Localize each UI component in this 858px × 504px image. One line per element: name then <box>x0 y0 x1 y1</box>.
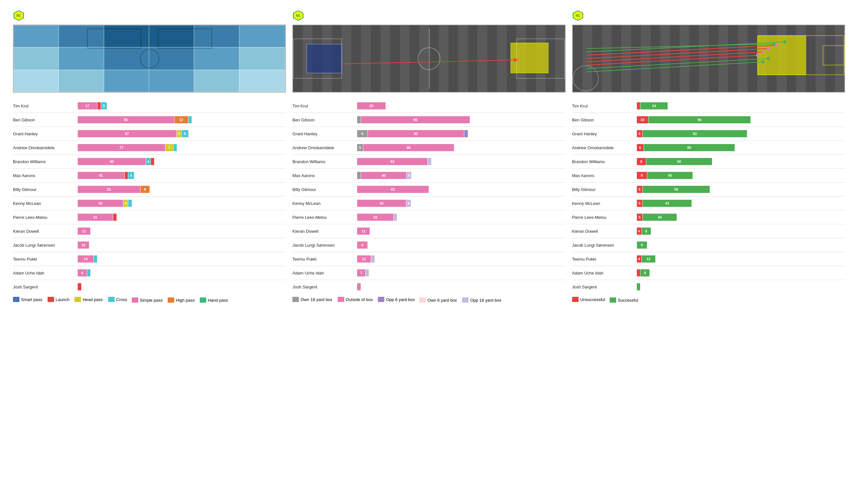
panel-title-crosses: NC <box>572 10 845 21</box>
pz-r1c0 <box>14 47 59 70</box>
player-name: Tim Krul <box>13 103 78 109</box>
player-name: Billy Gilmour <box>13 187 78 192</box>
bar-segment: 43 <box>357 200 406 207</box>
bars-container: 680 <box>637 144 735 151</box>
player-name: Teemu Pukki <box>572 257 637 262</box>
bars-container: 14 <box>78 255 97 262</box>
player-name: Billy Gilmour <box>572 187 637 192</box>
panel-crosses: NC <box>572 10 845 303</box>
bar-segment: 4 <box>177 130 181 137</box>
table-row: Pierre Lees-Melou31 <box>13 213 286 222</box>
bar-segment: 8 <box>642 228 651 235</box>
table-row: Kenny McLean434 <box>292 199 565 208</box>
bar-segment: 14 <box>78 255 94 262</box>
bars-container: 592 <box>637 130 747 137</box>
bar-segment: 60 <box>78 158 146 165</box>
bar-segment: 85 <box>368 130 464 137</box>
legend-item: Launch <box>48 296 69 303</box>
legend-label: Opp 6 yard box <box>386 297 415 302</box>
bars-container: 985 <box>357 130 468 137</box>
bars-container: 175 <box>78 102 107 110</box>
norwich-crest-3: NC <box>572 10 584 21</box>
bar-segment: 62 <box>357 158 427 165</box>
bar-segment <box>366 269 369 276</box>
table-row: Teemu Pukki12 <box>292 255 565 263</box>
player-name: Ben Gibson <box>572 117 637 123</box>
player-name: Kieran Dowell <box>292 229 357 234</box>
table-row: Brandon Williams858 <box>572 157 845 166</box>
bars-container: 9 <box>637 242 647 249</box>
table-row: Jacob Lungi Sørensen9 <box>572 241 845 249</box>
table-row: Billy Gilmour558 <box>13 185 286 194</box>
bars-container: 7 <box>357 269 369 276</box>
pass-zone-pitch <box>13 25 286 93</box>
bar-segment <box>357 172 361 179</box>
table-row: Kieran Dowell11 <box>292 227 565 235</box>
legend-label: Own 6 yard box <box>427 298 457 303</box>
table-row: Grant Hanley985 <box>292 129 565 138</box>
bars-container: 543 <box>637 200 692 207</box>
bar-segment: 4 <box>407 172 411 179</box>
table-row: Max Aarons940 <box>572 171 845 180</box>
svg-line-16 <box>586 44 774 49</box>
svg-point-21 <box>761 50 764 53</box>
table-row: Brandon Williams62 <box>292 157 565 166</box>
bar-segment: 7 <box>357 269 365 276</box>
pz-r2c4 <box>194 70 239 92</box>
bar-segment: 8 <box>640 269 650 276</box>
svg-text:NC: NC <box>575 14 580 17</box>
bar-segment: 12 <box>642 255 655 262</box>
bar-segment <box>394 214 397 221</box>
legend-label: Cross <box>116 297 127 302</box>
pz-r2c2 <box>104 70 149 92</box>
main-container: NC <box>0 0 858 312</box>
player-name: Pierre Lees-Melou <box>292 215 357 220</box>
table-row: Billy Gilmour63 <box>292 185 565 194</box>
player-name: Kenny McLean <box>292 201 357 206</box>
bar-segment: 80 <box>363 144 454 151</box>
bar-segment: 5 <box>637 130 643 137</box>
bars-container: 31 <box>78 214 116 221</box>
legend-swatch <box>378 297 384 302</box>
legend-item: Successful <box>610 297 638 303</box>
pz-r2c3 <box>149 70 194 92</box>
table-row: Pierre Lees-Melou530 <box>572 213 845 222</box>
bar-segment <box>637 102 640 110</box>
player-name: Jacob Lungi Sørensen <box>572 243 637 248</box>
bar-segment: 4 <box>637 255 641 262</box>
player-name: Kenny McLean <box>572 201 637 206</box>
table-row: Teemu Pukki412 <box>572 255 845 263</box>
bar-segment: 7 <box>165 144 174 151</box>
bars-container: 48 <box>637 228 651 235</box>
bar-segment: 5 <box>637 200 643 207</box>
legend-label: Own 18 yard box <box>300 297 332 302</box>
player-name: Grant Hanley <box>13 131 78 136</box>
table-row: Josh Sargent <box>292 282 565 291</box>
bar-segment: 10 <box>78 242 89 249</box>
bar-segment <box>464 130 468 137</box>
player-name: Grant Hanley <box>572 131 637 136</box>
bar-segment: 8 <box>637 158 646 165</box>
player-name: Pierre Lees-Melou <box>13 215 78 220</box>
legend-item: High pass <box>168 297 195 303</box>
pz-r1c4 <box>194 47 239 70</box>
player-name: Pierre Lees-Melou <box>572 215 637 220</box>
bar-segment <box>78 283 81 290</box>
player-name: Adam Uche Idah <box>292 271 357 275</box>
legend-pass-end: Own 18 yard boxOutside of boxOpp 6 yard … <box>292 296 565 303</box>
svg-line-6 <box>342 60 516 64</box>
player-name: Kieran Dowell <box>13 229 78 234</box>
player-name: Max Aarons <box>13 173 78 178</box>
crosses-pitch <box>572 25 845 93</box>
bars-container: 858 <box>637 158 712 165</box>
bar-segment: 4 <box>123 200 128 207</box>
bar-segment: 5 <box>637 214 643 221</box>
svg-point-22 <box>756 54 759 57</box>
svg-point-20 <box>767 47 770 50</box>
bar-segment: 41 <box>78 172 124 179</box>
legend-item: Cross <box>108 296 127 303</box>
bar-segment: 5 <box>357 144 363 151</box>
bar-chart-pass-type: Tim Krul175Ben Gibson8512Grant Hanley874… <box>13 102 286 291</box>
legend-label: Smart pass <box>21 297 43 302</box>
bar-segment <box>357 116 361 123</box>
